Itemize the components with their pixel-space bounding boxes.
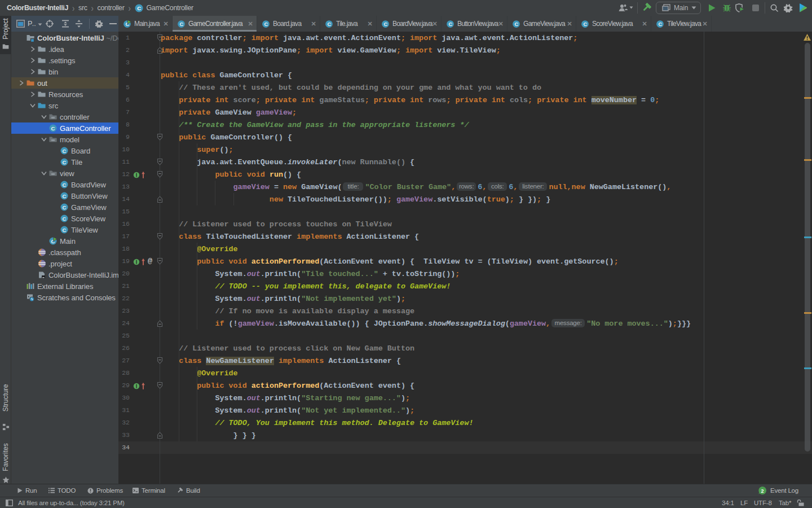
svg-text:C: C	[383, 21, 387, 27]
svg-text:C: C	[658, 21, 662, 27]
svg-text:C: C	[63, 182, 67, 188]
svg-text:C: C	[63, 227, 67, 233]
svg-text:C: C	[514, 21, 518, 27]
svg-text:C: C	[51, 125, 55, 132]
svg-text:C: C	[63, 159, 67, 165]
svg-text:C: C	[63, 193, 67, 199]
svg-text:Structure: Structure	[2, 384, 10, 411]
svg-text:C: C	[179, 21, 183, 27]
svg-text:C: C	[63, 204, 67, 211]
svg-text:C: C	[448, 21, 452, 27]
svg-text:C: C	[63, 216, 67, 222]
svg-text:2: 2	[761, 488, 764, 494]
svg-text:C: C	[583, 21, 587, 27]
svg-text:Project: Project	[2, 18, 10, 40]
svg-text:C: C	[63, 148, 67, 154]
svg-text:C: C	[327, 21, 331, 27]
svg-text:C: C	[137, 5, 141, 11]
svg-text:C: C	[264, 21, 268, 27]
svg-text:Favorites: Favorites	[2, 443, 10, 471]
